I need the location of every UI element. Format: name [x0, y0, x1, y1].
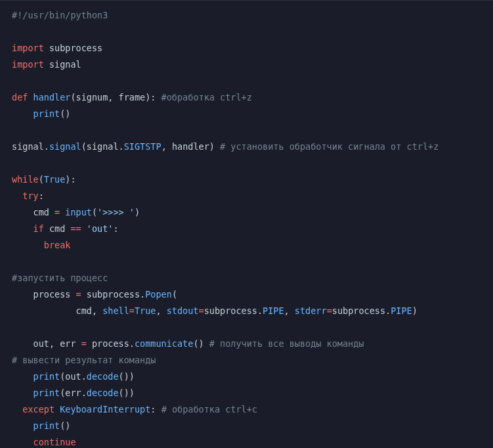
code-block: #!/usr/bin/python3 import subprocess imp…	[0, 0, 493, 448]
code-content: #!/usr/bin/python3 import subprocess imp…	[12, 10, 439, 447]
